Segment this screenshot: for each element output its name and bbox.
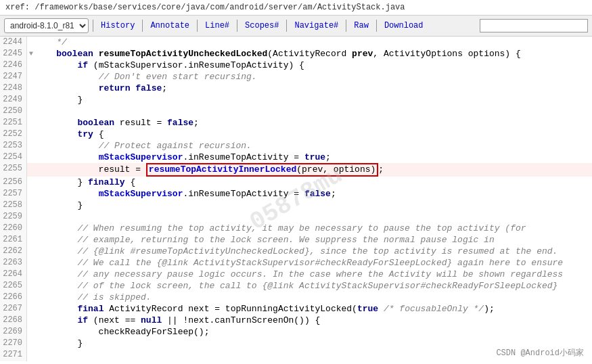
toolbar-divider-2: [142, 20, 143, 32]
expand-icon: [27, 257, 35, 269]
expand-icon: [27, 188, 35, 200]
expand-icon: [27, 223, 35, 234]
code-text: checkReadyForSleep();: [35, 326, 209, 338]
line-number: 2265: [0, 280, 27, 292]
table-row: 2260 // When resuming the top activity, …: [0, 223, 592, 234]
version-select[interactable]: android-8.1.0_r81: [4, 18, 89, 33]
code-text: // Don't even start recursing.: [35, 71, 257, 83]
code-text: boolean result = false;: [35, 117, 199, 129]
toolbar-divider-7: [376, 20, 377, 32]
code-text: // is skipped.: [35, 292, 152, 303]
toolbar-divider-1: [93, 20, 93, 32]
table-row: 2254 mStackSupervisor.inResumeTopActivit…: [0, 152, 592, 163]
code-text: // {@link #resumeTopActivityUncheckedLoc…: [35, 246, 557, 257]
code-text: return false;: [35, 83, 167, 94]
table-row: 2248 return false;: [0, 83, 592, 94]
search-input[interactable]: [480, 19, 588, 32]
line-number: 2255: [0, 163, 27, 177]
code-text: boolean resumeTopActivityUncheckedLocked…: [35, 48, 521, 60]
expand-icon: [27, 361, 35, 361]
line-number: 2260: [0, 223, 27, 234]
toolbar-scopes-link[interactable]: Scopes#: [242, 20, 282, 32]
expand-icon: [27, 177, 35, 188]
expand-icon: [27, 349, 35, 361]
table-row: 2257 mStackSupervisor.inResumeTopActivit…: [0, 188, 592, 200]
line-number: 2257: [0, 188, 27, 200]
toolbar-raw-link[interactable]: Raw: [350, 20, 372, 32]
table-row: 2249 }: [0, 94, 592, 106]
expand-icon: [27, 37, 35, 48]
table-row: 2269 checkReadyForSleep();: [0, 326, 592, 338]
code-text: mStackSupervisor.inResumeTopActivity = t…: [35, 152, 331, 163]
table-row: 2255 result = resumeTopActivityInnerLock…: [0, 163, 592, 177]
line-number: 2269: [0, 326, 27, 338]
line-number: 2251: [0, 117, 27, 129]
expand-icon: [27, 83, 35, 94]
expand-icon: [27, 338, 35, 349]
toolbar-history-link[interactable]: History: [97, 20, 138, 32]
toolbar: android-8.1.0_r81 History Annotate Line#…: [0, 16, 592, 37]
expand-icon: [27, 94, 35, 106]
table-row: 2253 // Protect against recursion.: [0, 140, 592, 152]
expand-icon: [27, 163, 35, 177]
line-number: 2262: [0, 246, 27, 257]
line-number: 2267: [0, 303, 27, 315]
code-text: if (mStackSupervisor.inResumeTopActivity…: [35, 60, 304, 71]
line-number: 2246: [0, 60, 27, 71]
line-number: 2268: [0, 315, 27, 326]
table-row: 2268 if (next == null || !next.canTurnSc…: [0, 315, 592, 326]
code-text: result = resumeTopActivityInnerLocked(pr…: [35, 163, 384, 177]
toolbar-divider-4: [237, 20, 237, 32]
expand-icon[interactable]: ▼: [27, 48, 35, 60]
table-row: 2259: [0, 211, 592, 223]
breadcrumb-text: xref: /frameworks/base/services/core/jav…: [5, 3, 405, 12]
code-text: }: [35, 338, 83, 349]
expand-icon: [27, 200, 35, 211]
line-number: 2253: [0, 140, 27, 152]
table-row: 2264 // any necessary pause logic occurs…: [0, 269, 592, 280]
line-number: 2270: [0, 338, 27, 349]
table-row: 2246 if (mStackSupervisor.inResumeTopAct…: [0, 60, 592, 71]
table-row: 2244 */: [0, 37, 592, 48]
line-number: 2247: [0, 71, 27, 83]
breadcrumb-bar: xref: /frameworks/base/services/core/jav…: [0, 0, 592, 16]
code-text: [35, 211, 41, 223]
expand-icon: [27, 152, 35, 163]
toolbar-navigate-link[interactable]: Navigate#: [291, 20, 342, 32]
table-row: 2263 // We call the {@link ActivityStack…: [0, 257, 592, 269]
expand-icon: [27, 106, 35, 117]
table-row: 2258 }: [0, 200, 592, 211]
expand-icon: [27, 140, 35, 152]
line-number: 2258: [0, 200, 27, 211]
line-number: 2254: [0, 152, 27, 163]
toolbar-divider-3: [197, 20, 198, 32]
toolbar-lineno-link[interactable]: Line#: [202, 20, 233, 32]
code-text: final ActivityRecord next = topRunningAc…: [35, 303, 495, 315]
expand-icon: [27, 246, 35, 257]
expand-icon: [27, 303, 35, 315]
table-row: 2247 // Don't even start recursing.: [0, 71, 592, 83]
toolbar-download-link[interactable]: Download: [381, 20, 427, 32]
line-number: 2272: [0, 361, 27, 361]
expand-icon: [27, 117, 35, 129]
line-number: 2266: [0, 292, 27, 303]
code-text: // Protect against recursion.: [35, 140, 252, 152]
code-container: 05878mu 2244 */ 2245 ▼ boolean resumeTop…: [0, 37, 592, 361]
expand-icon: [27, 280, 35, 292]
table-row: 2250: [0, 106, 592, 117]
toolbar-divider-5: [286, 20, 287, 32]
expand-icon: [27, 129, 35, 140]
code-text: [35, 106, 41, 117]
table-row: 2261 // example, returning to the lock s…: [0, 234, 592, 246]
code-text: }: [35, 200, 83, 211]
line-number: 2256: [0, 177, 27, 188]
code-text: }: [35, 94, 83, 106]
toolbar-annotate-link[interactable]: Annotate: [147, 20, 193, 32]
code-text: return result;: [35, 361, 152, 361]
code-text: // of the lock screen, the call to {@lin…: [35, 280, 557, 292]
table-row: 2252 try {: [0, 129, 592, 140]
expand-icon: [27, 71, 35, 83]
code-text: // We call the {@link ActivityStackSuper…: [35, 257, 563, 269]
code-text: */: [35, 37, 67, 48]
code-text: // When resuming the top activity, it ma…: [35, 223, 526, 234]
